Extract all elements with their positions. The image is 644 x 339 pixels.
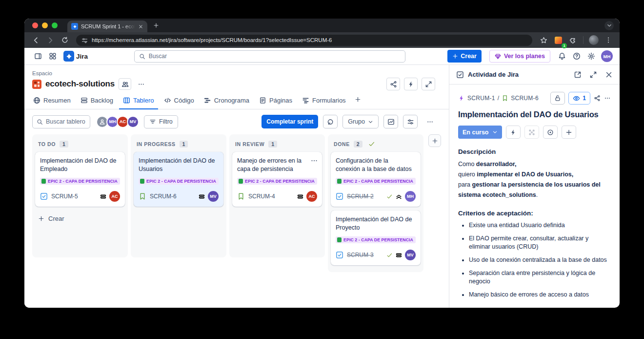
apps-quick-button[interactable] (524, 126, 539, 139)
view-plans-button[interactable]: Ver los planes (489, 50, 550, 63)
tab-codigo[interactable]: Código (160, 93, 198, 109)
issue-more-icon[interactable] (604, 95, 611, 102)
breadcrumb: SCRUM-1 / SCRUM-6 1 (458, 92, 611, 105)
premium-gem-icon (495, 53, 501, 60)
complete-sprint-button[interactable]: Completar sprint (262, 115, 318, 128)
new-tab-button[interactable] (153, 22, 159, 28)
column-title: TO DO (38, 141, 56, 147)
panel-title: Actividad de Jira (468, 71, 519, 78)
status-dropdown[interactable]: En curso (458, 126, 502, 139)
board-card[interactable]: Manejo de errores en la capa de persiste… (232, 152, 322, 207)
expand-panel-icon[interactable] (589, 71, 597, 79)
board-card[interactable]: Implementación del DAO de EmpleadoEPIC 2… (35, 152, 125, 207)
assignee-avatar[interactable]: MV (405, 250, 416, 260)
lock-button[interactable] (550, 92, 565, 105)
description-line: quiero implementar el DAO de Usuarios, (458, 170, 611, 180)
browser-tab[interactable]: SCRUM Sprint 1 - ecotech-so (67, 21, 147, 32)
reload-icon[interactable] (59, 34, 71, 46)
browser-menu-icon[interactable] (602, 34, 615, 46)
board-more-button[interactable] (423, 115, 437, 128)
criteria-item: El DAO permite crear, consultar, actuali… (469, 234, 611, 251)
watchers-button[interactable]: 1 (568, 92, 590, 105)
card-footer: SCRUM-6MV (139, 191, 219, 202)
member-avatar[interactable]: MV (127, 116, 139, 128)
epic-badge: EPIC 2 - CAPA DE PERSISTENCIA (336, 178, 416, 185)
board-column: TO DO1Implementación del DAO de Empleado… (32, 134, 128, 257)
add-quick-button[interactable] (562, 126, 576, 139)
board-card[interactable]: Configuración de la conexión a la base d… (331, 152, 421, 207)
profile-avatar[interactable] (587, 34, 600, 46)
view-settings-button[interactable] (403, 115, 418, 128)
settings-gear-icon[interactable] (584, 49, 598, 63)
sprint-cycle-button[interactable] (323, 115, 338, 128)
global-search-input[interactable] (149, 53, 401, 60)
board-card[interactable]: Implementación del DAO de ProyectoEPIC 2… (331, 211, 421, 265)
filter-label: Filtro (159, 118, 173, 125)
sidebar-toggle-icon[interactable] (31, 49, 45, 63)
add-tab-button[interactable] (352, 92, 364, 109)
target-quick-button[interactable] (543, 126, 558, 139)
forward-icon[interactable] (44, 34, 57, 46)
fullscreen-button[interactable] (422, 78, 435, 90)
open-in-new-icon[interactable] (574, 71, 582, 79)
global-search[interactable] (134, 50, 405, 63)
column-create-button[interactable]: Crear (35, 211, 125, 227)
automation-button[interactable] (404, 78, 418, 90)
maximize-window-button[interactable] (52, 22, 58, 28)
close-panel-icon[interactable] (605, 71, 613, 79)
breadcrumb-parent[interactable]: SCRUM-1 (467, 95, 495, 102)
tab-cronograma[interactable]: Cronograma (200, 93, 253, 109)
board-card[interactable]: Implementación del DAO de UsuariosEPIC 2… (134, 152, 223, 207)
board-search-input[interactable] (46, 118, 86, 125)
notifications-bell-icon[interactable] (555, 49, 569, 63)
minimize-window-button[interactable] (42, 22, 48, 28)
tab-label: Cronograma (214, 97, 249, 104)
group-dropdown[interactable]: Grupo (342, 115, 379, 128)
add-column-button[interactable] (428, 134, 441, 147)
tab-formularios[interactable]: Formularios (298, 93, 350, 109)
help-icon[interactable] (570, 49, 584, 63)
assignee-avatar[interactable]: MH (405, 191, 416, 202)
epic-color-square (337, 179, 342, 184)
close-tab-icon[interactable] (138, 24, 143, 29)
tab-search-button[interactable] (604, 21, 614, 30)
bookmark-star-icon[interactable] (537, 34, 550, 46)
tab-paginas[interactable]: Páginas (255, 93, 296, 109)
tab-tablero[interactable]: Tablero (119, 93, 158, 109)
card-title: Implementación del DAO de Proyecto (336, 215, 416, 232)
user-avatar[interactable]: MH (601, 50, 613, 62)
globe-icon (33, 97, 40, 104)
create-button[interactable]: Crear (447, 50, 482, 63)
project-more-button[interactable] (135, 78, 147, 90)
search-icon (37, 119, 43, 125)
tab-resumen[interactable]: Resumen (29, 93, 75, 109)
card-more-icon[interactable] (310, 157, 318, 165)
backlog-icon (80, 97, 88, 104)
share-button[interactable] (386, 78, 400, 90)
criteria-item: Manejo básico de errores de acceso a dat… (469, 291, 611, 299)
plus-icon (355, 96, 361, 103)
board-toolbar: MH AC MV Filtro Completar sprint Grupo (24, 109, 449, 133)
assignee-avatar[interactable]: AC (109, 191, 120, 202)
jira-logo[interactable] (63, 51, 74, 62)
extension-icon[interactable]: 1 (552, 34, 564, 46)
url-text: https://mcherrera.atlassian.net/jira/sof… (92, 37, 332, 43)
automation-quick-button[interactable] (506, 126, 521, 139)
back-icon[interactable] (29, 34, 42, 46)
breadcrumb-current[interactable]: SCRUM-6 (511, 95, 539, 102)
column-count-badge: 1 (180, 141, 188, 148)
insights-button[interactable] (383, 115, 398, 128)
tab-backlog[interactable]: Backlog (77, 93, 117, 109)
site-settings-icon[interactable] (81, 37, 88, 43)
filter-button[interactable]: Filtro (144, 115, 178, 128)
extensions-puzzle-icon[interactable] (566, 34, 579, 46)
project-members-button[interactable] (119, 78, 131, 90)
close-window-button[interactable] (32, 22, 38, 28)
address-bar[interactable]: https://mcherrera.atlassian.net/jira/sof… (76, 35, 532, 46)
card-title: Manejo de errores en la capa de persiste… (237, 157, 317, 173)
share-icon[interactable] (594, 95, 601, 102)
assignee-avatar[interactable]: MV (208, 191, 219, 202)
board-search[interactable] (32, 115, 90, 128)
assignee-avatar[interactable]: AC (306, 191, 317, 202)
app-switcher-icon[interactable] (46, 49, 60, 63)
